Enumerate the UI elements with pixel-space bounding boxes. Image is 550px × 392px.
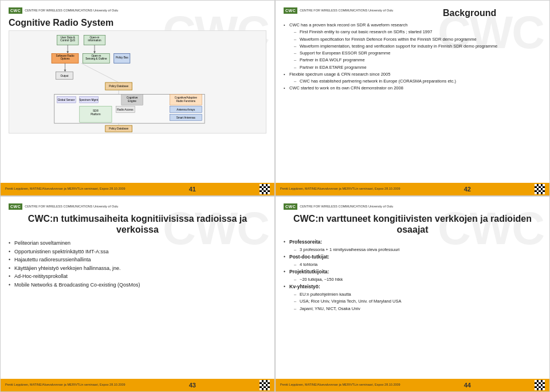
svg-line-46 bbox=[81, 63, 119, 83]
slide-3-footer-text: Pentti Leppänen, MATINE/Aluevalvonnan ja… bbox=[5, 383, 125, 387]
svg-text:Cognitive/Adaptive: Cognitive/Adaptive bbox=[175, 96, 197, 99]
cwc-logo-text-2: CENTRE FOR WIRELESS COMMUNICATIONS Unive… bbox=[300, 9, 393, 13]
sub-bullet: Support for European ESSOR SDR programme bbox=[289, 50, 541, 56]
svg-text:Policy Bas: Policy Bas bbox=[116, 56, 128, 59]
svg-text:Policy Database: Policy Database bbox=[109, 85, 128, 88]
slide-3-footer: Pentti Leppänen, MATINE/Aluevalvonnan ja… bbox=[1, 379, 274, 391]
svg-text:Policy Database: Policy Database bbox=[109, 128, 128, 131]
svg-text:Options: Options bbox=[60, 57, 70, 60]
section-professoreita: Professoreita: 3 professoria + 1 nimitys… bbox=[284, 238, 541, 253]
svg-text:Sensing & Outline: Sensing & Outline bbox=[85, 57, 107, 60]
slide-1-header: CWC CENTRE FOR WIRELESS COMMUNICATIONS U… bbox=[9, 7, 266, 14]
svg-text:Control QoS: Control QoS bbox=[60, 39, 75, 42]
slide-4-page-number: 44 bbox=[464, 382, 471, 389]
diagram-area: User Data & Control QoS Open-m informati… bbox=[9, 30, 266, 134]
cwc-logo-3: CWC CENTRE FOR WIRELESS COMMUNICATIONS U… bbox=[9, 203, 118, 210]
slide-3-bullets: Peliteorian soveltaminen Opportunistinen… bbox=[9, 240, 266, 289]
bullet-adhoc: Ad-Hoc-reititysprokollat bbox=[9, 273, 266, 281]
svg-text:Smart Antennas: Smart Antennas bbox=[176, 116, 196, 119]
section-projekti: Projektitutkijoita: ~20 tutkijaa, ~150 h… bbox=[284, 268, 541, 283]
item-tohtoria: 4 tohtoria bbox=[289, 261, 541, 268]
slide-2-footer-text: Pentti Leppänen, MATINE/Aluevalvonnan ja… bbox=[280, 187, 400, 191]
svg-text:Radio Access: Radio Access bbox=[117, 108, 133, 111]
svg-marker-7 bbox=[66, 52, 69, 54]
slide-4-body: Professoreita: 3 professoria + 1 nimitys… bbox=[284, 238, 541, 312]
svg-text:information: information bbox=[88, 39, 101, 42]
slide-4-bullets: Professoreita: 3 professoria + 1 nimitys… bbox=[284, 238, 541, 312]
sub-bullet: CWC has established partnering network i… bbox=[289, 78, 541, 84]
cwc-logo-2: CWC CENTRE FOR WIRELESS COMMUNICATIONS U… bbox=[284, 7, 393, 14]
slide-4-header: CWC CENTRE FOR WIRELESS COMMUNICATIONS U… bbox=[284, 203, 541, 210]
bullet-item: CWC has a proven track record on SDR & w… bbox=[284, 22, 541, 70]
bullet-hajautettu: Hajautettu radioresurssienhallinta bbox=[9, 256, 266, 264]
cwc-logo-box-2: CWC bbox=[284, 7, 297, 14]
bullet-item: Flexible spectrum usage & CRN research s… bbox=[284, 71, 541, 85]
svg-text:Global Sensor: Global Sensor bbox=[58, 99, 75, 101]
svg-text:Output: Output bbox=[61, 75, 69, 77]
sub-bullet: Waveform specification for Finnish Defen… bbox=[289, 36, 541, 42]
slide-1-page-number: 41 bbox=[189, 186, 196, 193]
slide-4-footer: Pentti Leppänen, MATINE/Aluevalvonnan ja… bbox=[276, 379, 549, 391]
item-professuuri: 3 professoria + 1 nimitysvaiheessa oleva… bbox=[289, 246, 541, 253]
svg-marker-19 bbox=[64, 70, 66, 72]
item-tutkijaa: ~20 tutkijaa, ~150 htkk bbox=[289, 276, 541, 283]
svg-marker-9 bbox=[93, 52, 96, 54]
item-japani: Japani; YNU, NICT, Osaka Univ bbox=[289, 305, 541, 312]
section-postdoc: Post-doc-tutkijat: 4 tohtoria bbox=[284, 253, 541, 268]
bullet-peliteoria: Peliteorian soveltaminen bbox=[9, 240, 266, 248]
bullet-item: CWC started to work on its own CRN demon… bbox=[284, 85, 541, 91]
slide-1: CWC CENTRE FOR WIRELESS COMMUNICATIONS U… bbox=[0, 0, 275, 196]
slide-3-header: CWC CENTRE FOR WIRELESS COMMUNICATIONS U… bbox=[9, 203, 266, 210]
cwc-logo-text-4: CENTRE FOR WIRELESS COMMUNICATIONS Unive… bbox=[300, 205, 393, 209]
slide-1-qr bbox=[260, 184, 270, 194]
bullet-mobile: Mobile Networks & Broadcasting Co-existi… bbox=[9, 281, 266, 289]
sub-bullet: First Finnish entity to carry out basic … bbox=[289, 29, 541, 35]
slide-2-footer: Pentti Leppänen, MATINE/Aluevalvonnan ja… bbox=[276, 183, 549, 195]
slide-1-footer-text: Pentti Leppänen, MATINE/Aluevalvonnan ja… bbox=[5, 187, 125, 191]
slide-1-footer: Pentti Leppänen, MATINE/Aluevalvonnan ja… bbox=[1, 183, 274, 195]
svg-text:Engine: Engine bbox=[128, 100, 136, 103]
slide-3-page-number: 43 bbox=[189, 382, 196, 389]
cwc-logo-box-4: CWC bbox=[284, 203, 297, 210]
slide-2-header: CWC CENTRE FOR WIRELESS COMMUNICATIONS U… bbox=[284, 7, 541, 18]
slide-4-footer-text: Pentti Leppänen, MATINE/Aluevalvonnan ja… bbox=[280, 383, 400, 387]
cwc-logo-text-1: CENTRE FOR WIRELESS COMMUNICATIONS Unive… bbox=[25, 9, 118, 13]
bullet-opportunistinen: Opportunistinen spektrinkäyttö IMT-A:ssa bbox=[9, 248, 266, 256]
slide-3-title: CWC:n tutkimusaiheita kognitiivisissa ra… bbox=[9, 213, 266, 235]
slide-4-title: CWC:n varttuneet kongitiivisten verkkoje… bbox=[284, 213, 541, 235]
svg-text:Platform: Platform bbox=[91, 113, 101, 116]
bullet-kayttajien: Käyttäjien yhteistyö verkkojen hallinnas… bbox=[9, 265, 266, 273]
section-kv: Kv-yhteistyö: EU:n puiteohjelmien kautta… bbox=[284, 283, 541, 312]
slide-2-page-number: 42 bbox=[464, 186, 471, 193]
slide-2-qr bbox=[535, 184, 545, 194]
sub-bullet: Partner in EDA WOLF programme bbox=[289, 57, 541, 63]
slide-4-qr bbox=[535, 380, 545, 390]
svg-text:Antenna Arrays: Antenna Arrays bbox=[176, 108, 195, 111]
slide-3: CWC CENTRE FOR WIRELESS COMMUNICATIONS U… bbox=[0, 196, 275, 392]
slide-2-bullets: CWC has a proven track record on SDR & w… bbox=[284, 22, 541, 92]
slide-2-title: Background bbox=[398, 7, 541, 18]
cwc-logo-4: CWC CENTRE FOR WIRELESS COMMUNICATIONS U… bbox=[284, 203, 393, 210]
cwc-logo-1: CWC CENTRE FOR WIRELESS COMMUNICATIONS U… bbox=[9, 7, 118, 14]
sub-bullet: Waveform implementation, testing and ver… bbox=[289, 43, 541, 49]
slide-2: CWC CENTRE FOR WIRELESS COMMUNICATIONS U… bbox=[275, 0, 550, 196]
slide-3-qr bbox=[260, 380, 270, 390]
svg-text:Radio Functions: Radio Functions bbox=[176, 100, 195, 103]
slide-1-title: Cognitive Radio System bbox=[9, 17, 266, 28]
item-usa: USA; Rice Univ, Virginia Tech, Univ. of … bbox=[289, 298, 541, 304]
svg-text:SDR: SDR bbox=[93, 109, 99, 112]
svg-text:Cognitive: Cognitive bbox=[127, 96, 138, 99]
cwc-logo-box-1: CWC bbox=[9, 7, 22, 14]
slide-4: CWC CENTRE FOR WIRELESS COMMUNICATIONS U… bbox=[275, 196, 550, 392]
item-eu: EU:n puiteohjelmien kautta bbox=[289, 291, 541, 297]
svg-text:Spectrum Mgmt: Spectrum Mgmt bbox=[79, 99, 99, 101]
cwc-logo-box-3: CWC bbox=[9, 203, 22, 210]
sub-bullet: Partner in EDA ETARE programme bbox=[289, 64, 541, 70]
cwc-logo-text-3: CENTRE FOR WIRELESS COMMUNICATIONS Unive… bbox=[25, 205, 118, 209]
